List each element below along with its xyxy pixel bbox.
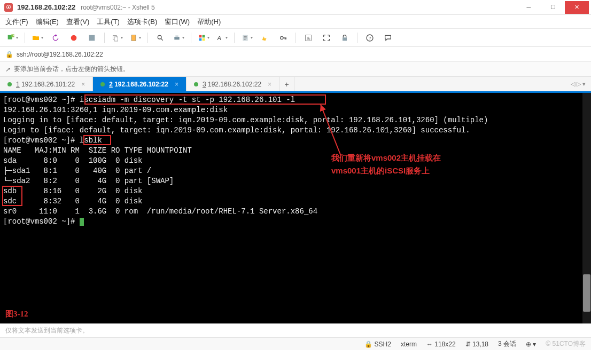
properties-icon[interactable] [84,31,100,45]
svg-point-6 [158,35,161,39]
lock-icon[interactable] [337,31,353,45]
toolbar-separator [191,33,191,43]
svg-rect-4 [114,37,118,41]
tab-close-icon[interactable]: × [81,81,85,88]
highlight-icon[interactable] [257,31,273,45]
window-title: 192.168.26.102:22 [17,3,75,11]
address-url[interactable]: ssh://root@192.168.26.102:22 [17,51,103,58]
disconnect-icon[interactable] [66,31,82,45]
encoding-icon[interactable]: あ [300,31,316,45]
key-icon[interactable] [275,31,291,45]
window-subtitle: root@vms002:~ - Xshell 5 [81,4,155,11]
window-titlebar: ⦿ 192.168.26.102:22 root@vms002:~ - Xshe… [0,0,591,15]
tab-add-button[interactable]: + [279,77,294,91]
menu-edit[interactable]: 编辑(E) [36,17,59,27]
svg-rect-7 [174,37,179,39]
ssh-lock-icon: 🔒 [5,51,13,58]
status-term: xterm [401,341,417,348]
cursor-pos-icon: ⇵ [465,341,471,348]
open-icon[interactable] [29,31,45,45]
info-text: 要添加当前会话，点击左侧的箭头按钮。 [14,65,129,74]
svg-text:あ: あ [307,36,310,40]
terminal-pane[interactable]: [root@vms002 ~]# iscsiadm -m discovery -… [0,93,591,323]
svg-text:+: + [13,34,14,37]
status-size: ↔ 118x22 [426,341,456,348]
fullscreen-icon[interactable] [318,31,335,45]
minimize-button[interactable]: ─ [517,1,541,14]
new-session-icon[interactable]: + [4,31,20,45]
copy-icon[interactable] [109,31,125,45]
terminal-scrollbar[interactable] [582,93,591,323]
status-dot-icon [7,82,12,86]
menu-bar: 文件(F) 编辑(E) 查看(V) 工具(T) 选项卡(B) 窗口(W) 帮助(… [0,15,591,29]
figure-label: 图3-12 [5,309,28,319]
tab-close-icon[interactable]: × [175,81,178,88]
font-icon[interactable]: A [214,31,230,45]
size-icon: ↔ [426,341,433,348]
menu-tools[interactable]: 工具(T) [97,17,120,27]
terminal-output[interactable]: [root@vms002 ~]# iscsiadm -m discovery -… [0,93,591,229]
session-tab-1[interactable]: 1 192.168.26.101:22 × [0,77,93,91]
svg-rect-2 [89,35,95,41]
lock-small-icon: 🔒 [364,341,372,348]
toolbar-separator [357,33,357,43]
svg-rect-12 [203,38,205,41]
svg-rect-11 [199,38,202,41]
toolbar-separator [296,33,296,43]
chat-icon[interactable] [380,31,396,45]
info-bar: ↗ 要添加当前会话，点击左侧的箭头按钮。 [0,62,591,77]
tab-bar: 1 192.168.26.101:22 × 2 192.168.26.102:2… [0,77,591,93]
svg-rect-10 [203,35,205,37]
menu-file[interactable]: 文件(F) [5,17,28,27]
session-tab-2[interactable]: 2 192.168.26.102:22 × [93,77,186,91]
status-dot-icon [194,82,198,86]
tab-close-icon[interactable]: × [268,81,271,88]
status-ssh: 🔒 SSH2 [364,341,391,348]
svg-rect-9 [199,35,202,37]
status-bar: 🔒 SSH2 xterm ↔ 118x22 ⇵ 13,18 3 会话 ⊕ ▾ ©… [0,337,591,350]
svg-point-15 [281,36,283,39]
menu-view[interactable]: 查看(V) [66,17,89,27]
paste-icon[interactable] [127,31,143,45]
svg-rect-5 [131,35,136,41]
toolbar-separator [104,33,105,43]
script-icon[interactable] [239,31,255,45]
menu-tabs[interactable]: 选项卡(B) [127,17,157,27]
status-cursor: ⇵ 13,18 [465,341,488,348]
status-sessions: 3 会话 [498,339,516,349]
address-bar: 🔒 ssh://root@192.168.26.102:22 [0,47,591,62]
toolbar: + A あ ? [0,29,591,47]
menu-help[interactable]: 帮助(H) [197,17,221,27]
svg-rect-8 [175,35,178,37]
watermark: © 51CTO博客 [546,339,586,349]
close-button[interactable]: ✕ [565,1,589,14]
app-icon: ⦿ [4,3,13,12]
status-dot-icon [100,82,105,86]
toolbar-separator [147,33,148,43]
svg-text:A: A [217,35,221,41]
svg-rect-18 [343,37,347,41]
session-tab-3[interactable]: 3 192.168.26.102:22 × [186,77,279,91]
svg-point-1 [71,35,77,41]
find-icon[interactable] [152,31,168,45]
add-session-arrow-icon[interactable]: ↗ [5,66,11,73]
scrollbar-thumb[interactable] [583,274,590,312]
maximize-button[interactable]: ☐ [541,1,565,14]
toolbar-separator [234,33,235,43]
menu-window[interactable]: 窗口(W) [165,17,190,27]
color-icon[interactable] [196,31,212,45]
compose-input[interactable]: 仅将文本发送到当前选项卡。 [0,323,591,337]
reconnect-icon[interactable] [48,31,64,45]
toolbar-separator [25,33,25,43]
svg-text:?: ? [369,36,371,41]
help-icon[interactable]: ? [362,31,378,45]
status-plus[interactable]: ⊕ ▾ [526,341,536,348]
print-icon[interactable] [170,31,186,45]
tab-nav-buttons[interactable]: ◁ ▷ ▾ [565,77,591,91]
annotation-text: 我们重新将vms002主机挂载在 vms001主机的iSCSI服务上 [331,152,441,177]
